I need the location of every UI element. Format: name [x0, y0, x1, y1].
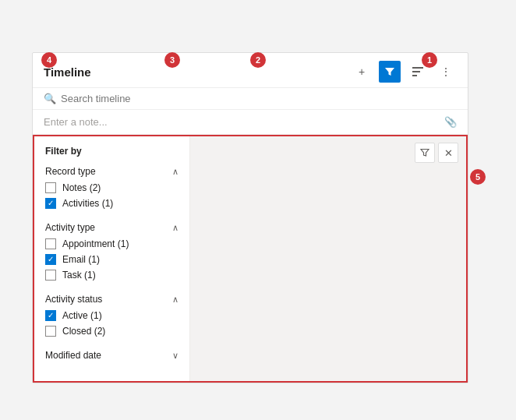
svg-rect-2 — [412, 75, 417, 76]
activity-status-label: Activity status — [45, 294, 102, 305]
note-input-area: Enter a note... 📎 — [33, 110, 468, 135]
activity-status-chevron: ∧ — [172, 295, 178, 305]
attachment-icon: 📎 — [444, 116, 457, 128]
appointment-label: Appointment (1) — [62, 238, 129, 249]
note-placeholder: Enter a note... — [44, 116, 108, 128]
filter-item-appointment: Appointment (1) — [34, 236, 189, 252]
svg-rect-0 — [412, 67, 423, 69]
modified-date-chevron: ∨ — [172, 351, 178, 361]
more-button[interactable]: ⋮ — [435, 61, 457, 83]
filter-by-label: Filter by — [34, 146, 189, 163]
notes-checkbox[interactable] — [45, 182, 56, 193]
active-label: Active (1) — [62, 310, 102, 321]
svg-rect-1 — [412, 71, 420, 72]
activities-checkbox[interactable] — [45, 198, 56, 209]
activity-type-header[interactable]: Activity type ∧ — [34, 219, 189, 236]
annotation-3: 3 — [164, 52, 180, 68]
modified-date-section: Modified date ∨ — [34, 347, 189, 372]
annotation-1: 1 — [422, 52, 437, 68]
modified-date-header[interactable]: Modified date ∨ — [34, 347, 189, 364]
search-bar: 🔍 — [33, 88, 468, 110]
activity-status-section: Activity status ∧ Active (1) Closed (2) — [34, 291, 189, 347]
filter-right: ✕ — [190, 136, 466, 381]
timeline-panel: Timeline + ⋮ 🔍 — [32, 52, 468, 383]
record-type-header[interactable]: Record type ∧ — [34, 163, 189, 180]
annotation-5: 5 — [470, 169, 486, 185]
email-checkbox[interactable] — [45, 254, 56, 265]
email-label: Email (1) — [62, 254, 100, 265]
timeline-title: Timeline — [44, 65, 351, 79]
record-type-chevron: ∧ — [172, 167, 178, 177]
filter-item-task: Task (1) — [34, 267, 189, 283]
record-type-section: Record type ∧ Notes (2) Activities (1) — [34, 163, 189, 219]
filter-panel: Filter by Record type ∧ Notes (2) Activi… — [33, 135, 468, 383]
activity-type-label: Activity type — [45, 222, 95, 233]
filter-right-icons: ✕ — [415, 143, 458, 163]
filter-left: Filter by Record type ∧ Notes (2) Activi… — [34, 136, 190, 381]
activity-type-section: Activity type ∧ Appointment (1) Email (1… — [34, 219, 189, 291]
active-checkbox[interactable] — [45, 310, 56, 321]
task-checkbox[interactable] — [45, 270, 56, 281]
modified-date-label: Modified date — [45, 350, 101, 361]
header-icons: + ⋮ — [351, 61, 457, 83]
annotation-4: 4 — [41, 52, 57, 68]
filter-button[interactable] — [379, 61, 401, 83]
filter-item-activities: Activities (1) — [34, 196, 189, 211]
appointment-checkbox[interactable] — [45, 238, 56, 249]
filter-close-btn[interactable]: ✕ — [438, 143, 458, 163]
filter-item-notes: Notes (2) — [34, 180, 189, 196]
task-label: Task (1) — [62, 270, 96, 281]
closed-label: Closed (2) — [62, 326, 105, 337]
filter-item-closed: Closed (2) — [34, 323, 189, 339]
filter-right-filter-btn[interactable] — [415, 143, 435, 163]
activity-status-header[interactable]: Activity status ∧ — [34, 291, 189, 308]
annotation-2: 2 — [250, 52, 266, 68]
closed-checkbox[interactable] — [45, 326, 56, 337]
filter-item-email: Email (1) — [34, 252, 189, 267]
notes-label: Notes (2) — [62, 182, 101, 193]
search-input[interactable] — [61, 93, 457, 104]
add-button[interactable]: + — [351, 61, 373, 83]
record-type-label: Record type — [45, 166, 96, 177]
activities-label: Activities (1) — [62, 198, 113, 209]
filter-item-active: Active (1) — [34, 308, 189, 323]
search-icon: 🔍 — [44, 93, 56, 104]
activity-type-chevron: ∧ — [172, 223, 178, 233]
